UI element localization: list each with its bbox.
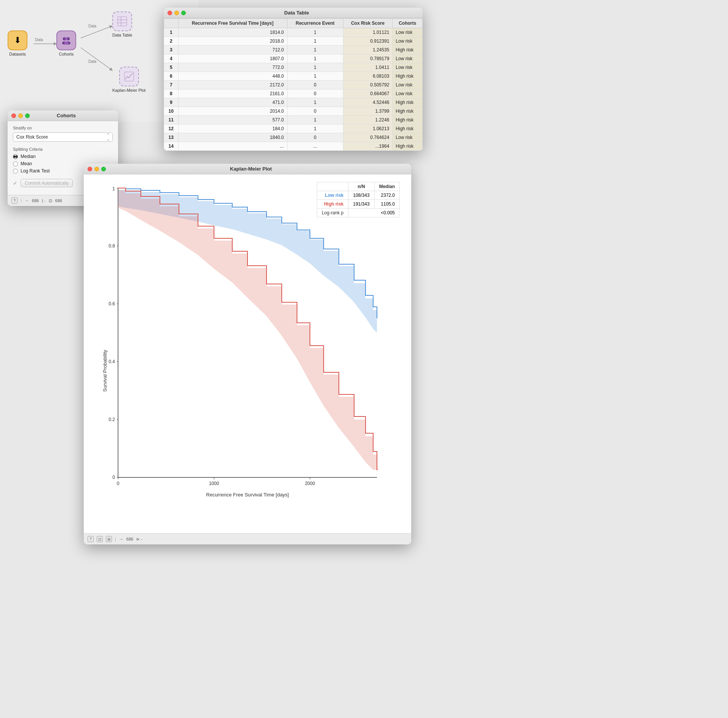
cell-time: 1807.0 [178,54,287,63]
cell-idx: 1 [164,28,179,37]
datatable-icon [112,11,132,31]
cell-time: 2172.0 [178,81,287,89]
cell-score: 0.789179 [343,54,393,63]
col-header-time: Recurrence Free Survival Time [days] [178,19,287,28]
km-maximize-button[interactable] [101,167,106,171]
cell-time: 772.0 [178,63,287,72]
workflow-node-datasets[interactable]: ⬇ Datasets [8,30,27,56]
datasets-icon: ⬇ [8,30,27,50]
workflow-node-cohorts[interactable]: Cohorts [56,30,76,56]
maximize-button[interactable] [25,113,30,118]
radio-median[interactable]: Median [13,154,113,159]
cell-event: 1 [287,46,343,54]
cell-score: 1.24535 [343,46,393,54]
cell-score: 1.2246 [343,116,393,124]
cell-time: 712.0 [178,46,287,54]
svg-rect-12 [118,17,127,26]
cell-idx: 6 [164,72,179,81]
cell-cohort: Low risk [393,81,423,89]
cell-time: 448.0 [178,72,287,81]
cell-event: 1 [287,98,343,107]
cell-event: 0 [287,107,343,116]
table-header-row: Recurrence Free Survival Time [days] Rec… [164,19,423,28]
footer-out-icon: ⊡ [49,198,52,203]
cell-cohort: Low risk [393,89,423,98]
cell-time: 184.0 [178,124,287,133]
dt-minimize-button[interactable] [174,11,179,15]
cell-score: 0.664067 [343,89,393,98]
svg-line-1 [81,26,112,38]
km-minimize-button[interactable] [94,167,99,171]
table-row: 11577.011.2246High risk [164,116,423,124]
data-table-scroll[interactable]: Recurrence Free Survival Time [days] Rec… [164,18,423,151]
kmplot-node-label: Kaplan-Meier Plot [112,88,145,93]
col-header-idx [164,19,179,28]
cell-idx: 9 [164,98,179,107]
cell-time: 2161.0 [178,89,287,98]
table-row: 11814.011.01121Low risk [164,28,423,37]
cell-event: 0 [287,133,343,142]
svg-text:Data: Data [88,24,97,28]
km-save-icon[interactable]: ⊡ [97,536,103,542]
cohorts-titlebar: Cohorts [8,110,118,121]
cell-cohort: Low risk [393,28,423,37]
table-body: 11814.011.01121Low risk22018.010.912391L… [164,28,423,151]
radio-logrank-dot[interactable] [13,169,18,174]
cell-event: 1 [287,54,343,63]
data-table: Recurrence Free Survival Time [days] Rec… [164,18,423,151]
svg-text:Data: Data [35,38,43,42]
data-table-window: Data Table Recurrence Free Survival Time… [164,8,423,151]
stratify-label: Stratify on [13,126,113,130]
cell-cohort: High risk [393,116,423,124]
radio-mean-label: Mean [21,161,32,166]
km-help-icon[interactable]: ? [88,536,94,542]
cell-score: 0.505792 [343,81,393,89]
table-row: 5772.011.0411Low risk [164,63,423,72]
legend-highrisk-label: High risk [317,200,348,209]
cell-cohort: Low risk [393,133,423,142]
commit-button[interactable]: Commit Automatically [21,179,73,187]
radio-median-dot[interactable] [13,154,18,159]
table-row: 102014.001.3799High risk [164,107,423,116]
cell-event: ... [287,142,343,151]
cell-event: 1 [287,28,343,37]
svg-text:2000: 2000 [305,481,315,486]
radio-mean-dot[interactable] [13,161,18,166]
km-plot-svg: Survival Probability 0 0.2 0.4 0.6 0.8 1 [95,180,400,523]
svg-text:0.4: 0.4 [109,359,115,364]
stratify-select[interactable]: Cox Risk Score [13,132,113,142]
workflow-node-datatable[interactable]: Data Table [112,11,132,37]
cell-cohort: High risk [393,98,423,107]
workflow-node-kmplot[interactable]: Kaplan-Meier Plot [112,67,145,93]
km-close-button[interactable] [88,167,92,171]
cell-cohort: Low risk [393,63,423,72]
cell-score: 1.01121 [343,28,393,37]
cell-score: 1.3799 [343,107,393,116]
table-row: 72172.000.505792Low risk [164,81,423,89]
help-icon[interactable]: ? [11,198,18,204]
cell-event: 1 [287,72,343,81]
minimize-button[interactable] [18,113,23,118]
legend-logrank-label: Log-rank p [317,209,348,217]
legend-col-nN: n/N [348,182,374,191]
cohorts-title: Cohorts [32,113,101,118]
cell-idx: 5 [164,63,179,72]
cell-idx: 14 [164,142,179,151]
legend-lowrisk-nN: 108/343 [348,191,374,200]
close-button[interactable] [11,113,16,118]
table-row: 9471.014.52446High risk [164,98,423,107]
table-row: 14.........1964High risk [164,142,423,151]
km-export-icon[interactable]: ⊞ [106,536,112,542]
table-row: 131840.000.764624Low risk [164,133,423,142]
table-row: 6448.016.08103High risk [164,72,423,81]
cell-score: 6.08103 [343,72,393,81]
dt-maximize-button[interactable] [181,11,186,15]
cell-idx: 10 [164,107,179,116]
svg-point-11 [64,41,69,45]
svg-text:1: 1 [112,186,115,191]
cell-idx: 12 [164,124,179,133]
cell-cohort: High risk [393,72,423,81]
cell-event: 0 [287,89,343,98]
svg-point-8 [65,37,68,40]
dt-close-button[interactable] [168,11,172,15]
